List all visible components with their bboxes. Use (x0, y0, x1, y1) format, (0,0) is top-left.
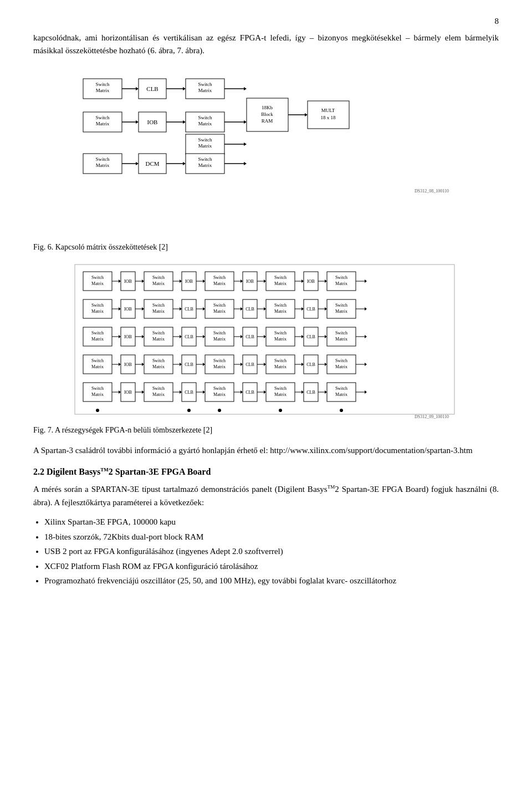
svg-text:Matrix: Matrix (91, 392, 104, 397)
svg-text:Switch: Switch (335, 358, 347, 363)
svg-text:Matrix: Matrix (96, 121, 110, 126)
svg-text:Matrix: Matrix (91, 281, 104, 286)
svg-text:IOB: IOB (124, 279, 132, 284)
svg-text:Matrix: Matrix (335, 309, 347, 314)
svg-marker-40 (244, 87, 247, 90)
section-22-heading: 2.2 Digilent BasysTM2 Spartan-3E FPGA Bo… (33, 467, 499, 477)
svg-text:CLB: CLB (185, 362, 193, 367)
svg-text:CLB: CLB (245, 307, 254, 312)
fig7-caption: Fig. 7. A részegységek FPGA-n belüli töm… (33, 426, 499, 435)
svg-text:Matrix: Matrix (152, 392, 165, 397)
svg-text:Matrix: Matrix (198, 121, 212, 126)
svg-text:Matrix: Matrix (96, 88, 110, 93)
svg-text:CLB: CLB (306, 362, 315, 367)
svg-text:Matrix: Matrix (274, 337, 287, 342)
svg-text:Switch: Switch (335, 331, 347, 336)
svg-marker-44 (244, 143, 247, 146)
list-item: Programozható frekvenciájú oszcillátor (… (44, 575, 499, 587)
svg-text:CLB: CLB (185, 334, 193, 339)
svg-text:Switch: Switch (335, 303, 347, 308)
svg-text:Matrix: Matrix (91, 364, 104, 369)
section-number-label: 2.2 Digilent Basys (33, 467, 100, 476)
svg-marker-52 (305, 113, 308, 116)
svg-text:CLB: CLB (306, 390, 315, 395)
svg-text:Switch: Switch (274, 358, 287, 363)
svg-text:Matrix: Matrix (152, 364, 165, 369)
svg-text:Switch: Switch (213, 275, 226, 280)
svg-marker-42 (244, 120, 247, 124)
figure-6-diagram: Switch Matrix CLB Switch Matrix IOB Swit… (33, 68, 499, 240)
svg-text:Matrix: Matrix (335, 337, 347, 342)
svg-text:Switch: Switch (335, 386, 347, 391)
svg-text:CLB: CLB (185, 307, 193, 312)
svg-text:Matrix: Matrix (152, 281, 165, 286)
spartan3-info-para: A Spartan-3 családról további információ… (33, 444, 499, 457)
svg-text:IOB: IOB (147, 119, 158, 125)
svg-marker-22 (183, 87, 186, 90)
svg-text:CLB: CLB (245, 362, 254, 367)
svg-text:Matrix: Matrix (335, 364, 347, 369)
svg-text:Switch: Switch (274, 275, 287, 280)
svg-text:CLB: CLB (306, 334, 315, 339)
svg-text:Matrix: Matrix (91, 337, 104, 342)
svg-text:Switch: Switch (95, 115, 110, 120)
svg-text:Switch: Switch (152, 303, 165, 308)
svg-marker-46 (244, 162, 247, 165)
svg-text:Switch: Switch (213, 303, 226, 308)
svg-point-264 (187, 409, 191, 412)
list-item: USB 2 port az FPGA konfigurálásához (ing… (44, 545, 499, 558)
svg-text:Switch: Switch (213, 386, 226, 391)
svg-text:Switch: Switch (91, 386, 104, 391)
svg-text:Matrix: Matrix (335, 281, 347, 286)
svg-text:Switch: Switch (335, 275, 347, 280)
svg-text:Matrix: Matrix (198, 162, 212, 168)
svg-text:18 x 18: 18 x 18 (321, 115, 336, 120)
svg-text:Switch: Switch (213, 358, 226, 363)
svg-text:Switch: Switch (213, 331, 226, 336)
svg-text:Matrix: Matrix (274, 309, 287, 314)
svg-text:Matrix: Matrix (96, 162, 110, 168)
svg-text:IOB: IOB (307, 279, 315, 284)
svg-text:RAM: RAM (262, 118, 273, 124)
svg-text:Switch: Switch (152, 275, 165, 280)
svg-text:Matrix: Matrix (198, 88, 212, 93)
svg-text:Switch: Switch (274, 386, 287, 391)
section-heading-rest: 2 Spartan-3E FPGA Board (109, 467, 211, 476)
list-item: Xilinx Spartan-3E FPGA, 100000 kapu (44, 516, 499, 528)
svg-text:IOB: IOB (124, 307, 132, 312)
para2-text: A mérés során a SPARTAN-3E típust tartal… (33, 482, 499, 509)
svg-text:CLB: CLB (185, 390, 193, 395)
svg-text:Switch: Switch (91, 358, 104, 363)
figure-7-diagram: Switch Matrix IOB Switch Matrix IOB Swit… (33, 262, 499, 423)
page-number: 8 (33, 17, 499, 26)
svg-text:Matrix: Matrix (213, 281, 226, 286)
svg-text:Matrix: Matrix (213, 309, 226, 314)
svg-text:Switch: Switch (198, 115, 212, 120)
svg-text:Matrix: Matrix (213, 364, 226, 369)
svg-point-266 (279, 409, 282, 412)
feature-list: Xilinx Spartan-3E FPGA, 100000 kapu 18-b… (44, 516, 499, 587)
svg-text:Switch: Switch (152, 331, 165, 336)
svg-text:18Kb: 18Kb (262, 105, 273, 110)
svg-text:Matrix: Matrix (213, 392, 226, 397)
svg-marker-27 (183, 120, 186, 124)
svg-text:Switch: Switch (152, 386, 165, 391)
svg-text:CLB: CLB (245, 334, 254, 339)
svg-text:IOB: IOB (124, 362, 132, 367)
svg-point-267 (340, 409, 343, 412)
svg-text:Matrix: Matrix (274, 364, 287, 369)
svg-text:Matrix: Matrix (335, 392, 347, 397)
svg-text:Switch: Switch (91, 275, 104, 280)
svg-text:Matrix: Matrix (152, 309, 165, 314)
svg-text:Switch: Switch (91, 303, 104, 308)
svg-text:Switch: Switch (274, 303, 287, 308)
svg-text:Matrix: Matrix (213, 337, 226, 342)
svg-text:Matrix: Matrix (274, 281, 287, 286)
svg-text:Switch: Switch (198, 156, 212, 162)
svg-text:MULT: MULT (321, 108, 335, 113)
svg-text:CLB: CLB (306, 307, 315, 312)
svg-text:IOB: IOB (124, 390, 132, 395)
svg-text:IOB: IOB (185, 279, 193, 284)
svg-marker-4 (136, 87, 139, 90)
svg-text:Matrix: Matrix (198, 143, 212, 149)
